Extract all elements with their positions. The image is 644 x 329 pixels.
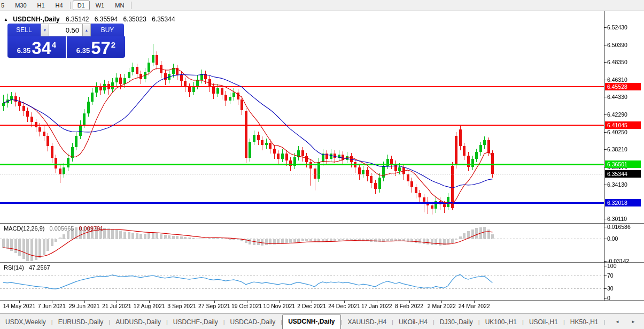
price-axis-label: 6.52430 — [607, 24, 627, 30]
price-level-badge: 6.45528 — [605, 83, 641, 90]
collapse-chart-icon[interactable]: ▲ — [4, 17, 8, 22]
rsi-value: 47.2567 — [29, 264, 50, 271]
price-level-badge: 6.36501 — [605, 160, 641, 168]
date-axis-label: 21 Jul 2021 — [102, 303, 131, 309]
price-level-badge: 6.41045 — [605, 121, 641, 129]
date-axis-label: 17 Jan 2022 — [361, 303, 392, 309]
buy-quote[interactable]: 6.35 57 2 — [66, 36, 125, 58]
date-axis-label: 14 May 2021 — [3, 303, 36, 309]
symbol-tab-usdchf[interactable]: USDCHF-,Daily — [168, 316, 223, 329]
symbol-tab-xauusd[interactable]: XAUUSD-,H4 — [342, 316, 392, 329]
sell-quote[interactable]: 6.35 34 4 — [7, 36, 66, 58]
one-click-trade-panel: SELL ▼ 0.50 ▲ BUY 6.35 34 4 6.35 57 2 — [7, 24, 126, 58]
symbol-tab-ukoil[interactable]: UKOil-,H4 — [393, 316, 433, 329]
date-axis-label: 8 Feb 2022 — [395, 303, 423, 309]
sell-button[interactable]: SELL — [7, 24, 41, 36]
timeframe-button-h1[interactable]: H1 — [33, 1, 50, 10]
date-axis-label: 24 Dec 2021 — [328, 303, 360, 309]
date-axis-label: 29 Jun 2021 — [69, 303, 100, 309]
timeframe-button-m30[interactable]: M30 — [10, 1, 31, 10]
volume-input[interactable]: 0.50 — [49, 24, 82, 36]
sell-price-sup: 4 — [52, 40, 56, 49]
price-axis-label: 6.50390 — [607, 42, 627, 48]
buy-button[interactable]: BUY — [91, 24, 124, 36]
price-axis-label: 6.48350 — [607, 59, 627, 65]
rsi-label: RSI(14) 47.2567 — [4, 264, 50, 271]
timeframe-button-w1[interactable]: W1 — [91, 1, 110, 10]
price-level-badge: 6.32018 — [605, 199, 641, 206]
date-axis-label: 12 Aug 2021 — [134, 303, 165, 309]
price-axis-label: 6.34130 — [607, 181, 627, 188]
buy-price-big: 57 — [91, 40, 111, 56]
price-axis-label: 6.30110 — [607, 216, 627, 222]
volume-increase-button[interactable]: ▲ — [82, 24, 91, 36]
ohlc-low: 6.35023 — [123, 16, 146, 23]
date-axis-label: 2 Mar 2022 — [428, 303, 456, 309]
price-axis-label: 6.38210 — [607, 146, 627, 152]
rsi-axis-label: 70 — [607, 272, 614, 279]
macd-value-main: 0.005665 — [49, 225, 74, 232]
timeframe-button-h4[interactable]: H4 — [51, 1, 68, 10]
rsi-axis-label: 30 — [607, 285, 614, 292]
toolbar-divider — [70, 2, 71, 9]
rsi-axis-label: 0 — [607, 295, 610, 301]
symbol-tab-usoil[interactable]: USOil-,H1 — [524, 316, 563, 329]
date-axis-label: 24 Mar 2022 — [459, 303, 490, 309]
tab-scroll-arrows[interactable]: ◄ ► — [615, 319, 641, 324]
rsi-name: RSI(14) — [4, 264, 24, 271]
ohlc-open: 6.35142 — [66, 16, 89, 23]
timeframe-toolbar: 5M30H1H4D1W1MN — [0, 0, 644, 11]
symbol-tab-audusd[interactable]: AUDUSD-,Daily — [110, 316, 166, 329]
rsi-axis-label: 100 — [607, 263, 617, 269]
buy-price-prefix: 6.35 — [76, 47, 90, 55]
sell-price-big: 34 — [32, 40, 51, 56]
date-axis-label: 10 Nov 2021 — [263, 303, 296, 309]
macd-axis-label: 0.00 — [607, 235, 618, 242]
timeframe-button-5[interactable]: 5 — [0, 1, 9, 10]
symbol-tab-usdcad[interactable]: USDCAD-,Daily — [225, 316, 281, 329]
price-level-badge: 6.35344 — [605, 170, 641, 178]
volume-decrease-button[interactable]: ▼ — [41, 24, 49, 36]
date-axis-label: 7 Jun 2021 — [38, 303, 66, 309]
chart-tab-bar: USDX,Weekly|EURUSD-,Daily|AUDUSD-,Daily|… — [0, 313, 644, 329]
macd-axis-label: 0.016586 — [607, 224, 631, 230]
symbol-tab-usdx[interactable]: USDX,Weekly — [0, 316, 51, 329]
symbol-tab-eurusd[interactable]: EURUSD-,Daily — [53, 316, 109, 329]
date-axis-label: 2 Dec 2021 — [297, 303, 326, 309]
date-axis-label: 27 Sep 2021 — [198, 303, 230, 309]
macd-value-signal: 0.009791 — [79, 225, 103, 232]
symbol-title: USDCNH-,Daily — [13, 16, 59, 23]
price-axis-label: 6.44330 — [607, 94, 627, 100]
date-axis-label: 19 Oct 2021 — [231, 303, 262, 309]
symbol-header: ▲ USDCNH-,Daily 6.35142 6.35594 6.35023 … — [4, 16, 179, 23]
ohlc-close: 6.35344 — [152, 16, 175, 23]
symbol-tab-usdcnh[interactable]: USDCNH-,Daily — [282, 315, 340, 329]
price-axis-label: 6.42290 — [607, 111, 627, 118]
macd-name: MACD(12,26,9) — [4, 225, 44, 232]
tab-divider: | — [603, 319, 605, 329]
buy-price-sup: 2 — [111, 40, 115, 49]
chart-area: ▲ USDCNH-,Daily 6.35142 6.35594 6.35023 … — [0, 11, 644, 313]
timeframe-button-mn[interactable]: MN — [110, 1, 129, 10]
toolbar-divider — [131, 2, 131, 9]
symbol-tab-uk100[interactable]: UK100-,H1 — [480, 316, 522, 329]
symbol-tab-hk50[interactable]: HK50-,H1 — [565, 316, 604, 329]
date-axis-label: 3 Sep 2021 — [167, 303, 196, 309]
ohlc-high: 6.35594 — [95, 16, 118, 23]
macd-label: MACD(12,26,9) 0.005665 0.009791 — [4, 225, 103, 232]
sell-price-prefix: 6.35 — [17, 47, 30, 55]
price-axis-label: 6.46310 — [607, 76, 627, 83]
timeframe-button-d1[interactable]: D1 — [73, 1, 90, 10]
price-axis-label: 6.40250 — [607, 129, 627, 135]
symbol-tab-dj30[interactable]: DJ30-,Daily — [434, 316, 478, 329]
